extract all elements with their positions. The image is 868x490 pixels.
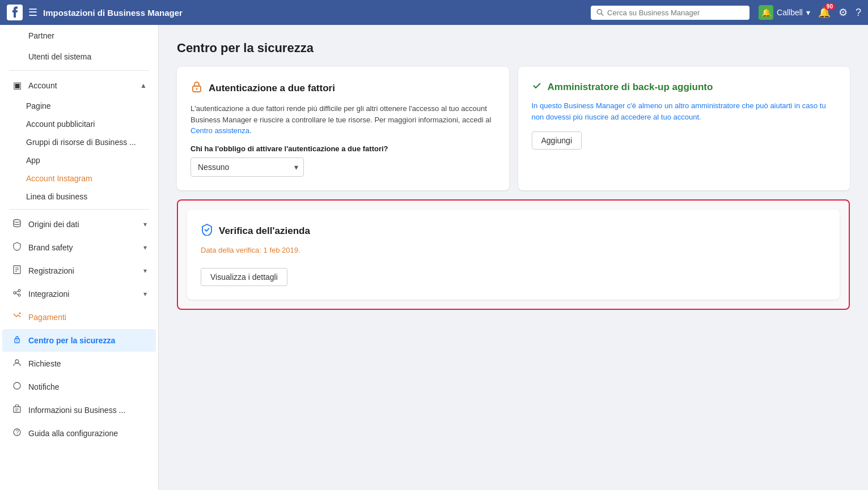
svg-rect-17 — [14, 382, 20, 389]
sidebar-item-integrazioni[interactable]: Integrazioni ▾ — [2, 283, 156, 305]
svg-point-1 — [597, 10, 602, 14]
brand-chevron-icon: ▾ — [143, 244, 147, 252]
sidebar-label-account: Account — [28, 81, 57, 90]
sidebar-label-brand: Brand safety — [28, 243, 73, 252]
integrazioni-chevron-icon: ▾ — [143, 290, 147, 298]
search-bar[interactable] — [591, 6, 750, 20]
2fa-select[interactable]: Nessuno Tutti Solo amministratori — [190, 157, 304, 177]
hamburger-icon[interactable]: ☰ — [28, 6, 37, 19]
account-submenu: Pagine Account pubblicitari Gruppi di ri… — [0, 97, 158, 206]
centro-assistenza-link[interactable]: Centro assistenza — [190, 126, 249, 135]
sidebar-item-guida[interactable]: ? Guida alla configurazione — [2, 422, 156, 445]
user-menu[interactable]: 🔔 Callbell ▾ — [759, 5, 810, 20]
sidebar-label-integrazioni: Integrazioni — [28, 289, 69, 299]
card-verify-date: Data della verifica: 1 feb 2019. — [201, 246, 826, 254]
sidebar-divider-2 — [9, 209, 149, 210]
sidebar-label-linea: Linea di business — [26, 192, 87, 201]
card-2fa-desc: L'autenticazione a due fattori rende più… — [190, 103, 496, 137]
sidebar-item-notifiche[interactable]: Notifiche — [2, 376, 156, 398]
svg-rect-18 — [14, 407, 20, 412]
card-backup: Amministratore di back-up aggiunto In qu… — [518, 67, 850, 190]
highlight-box: Verifica dell'azienda Data della verific… — [177, 199, 850, 310]
sidebar-item-utenti-sistema[interactable]: Utenti del sistema — [2, 46, 156, 67]
sidebar-item-informazioni[interactable]: Informazioni su Business ... — [2, 399, 156, 421]
topnav-right: 🔔 Callbell ▾ 🔔 90 ⚙ ? — [759, 5, 861, 20]
sidebar-item-account-instagram[interactable]: Account Instagram — [26, 169, 158, 188]
svg-line-11 — [16, 291, 18, 292]
sidebar-label-informazioni: Informazioni su Business ... — [28, 406, 125, 415]
sidebar-item-pagamenti[interactable]: Pagamenti — [2, 306, 156, 329]
sidebar-item-brand-safety[interactable]: Brand safety ▾ — [2, 236, 156, 259]
registrazioni-chevron-icon: ▾ — [143, 267, 147, 275]
sidebar-label-partner: Partner — [28, 31, 54, 40]
sidebar-label-pagine: Pagine — [26, 101, 51, 110]
svg-point-10 — [18, 294, 20, 296]
card-verify-title: Verifica dell'azienda — [219, 225, 310, 237]
svg-point-16 — [15, 360, 19, 363]
sidebar-label-sicurezza: Centro per la sicurezza — [28, 336, 115, 345]
svg-point-13 — [19, 313, 21, 314]
informazioni-icon — [11, 404, 23, 416]
notifications-button[interactable]: 🔔 90 — [818, 6, 831, 19]
card-backup-desc: In questo Business Manager c'è almeno un… — [532, 100, 837, 122]
notifiche-icon — [11, 381, 23, 393]
lock-icon — [190, 80, 203, 96]
sidebar-label-utenti: Utenti del sistema — [28, 52, 91, 61]
topnav: ☰ Impostazioni di Business Manager 🔔 Cal… — [0, 0, 868, 25]
help-button[interactable]: ? — [856, 7, 861, 19]
account-chevron-icon: ▲ — [140, 82, 147, 90]
topnav-left: ☰ Impostazioni di Business Manager — [7, 5, 591, 20]
sidebar-label-pagamenti: Pagamenti — [28, 313, 66, 322]
sidebar-label-app: App — [26, 156, 40, 165]
svg-point-24 — [196, 88, 198, 90]
brand-safety-icon — [11, 242, 23, 253]
user-chevron-icon: ▾ — [806, 8, 810, 17]
sidebar-label-origini: Origini dei dati — [28, 220, 79, 229]
origini-chevron-icon: ▾ — [143, 220, 147, 228]
sidebar-item-account[interactable]: ▣ Account ▲ — [2, 74, 156, 96]
svg-text:?: ? — [16, 429, 19, 436]
aggiungi-button[interactable]: Aggiungi — [532, 131, 582, 150]
settings-button[interactable]: ⚙ — [839, 6, 848, 19]
card-2fa-header: Autenticazione a due fattori — [190, 80, 496, 96]
card-2fa-title: Autenticazione a due fattori — [209, 83, 335, 94]
page-title: Centro per la sicurezza — [177, 41, 850, 56]
sidebar-item-origini-dati[interactable]: Origini dei dati ▾ — [2, 213, 156, 236]
sidebar-label-registrazioni: Registrazioni — [28, 266, 74, 275]
sidebar-item-app[interactable]: App — [26, 151, 158, 169]
sidebar-item-centro-sicurezza[interactable]: Centro per la sicurezza — [2, 329, 156, 352]
layout: Partner Utenti del sistema ▣ Account ▲ P… — [0, 25, 868, 490]
svg-line-12 — [16, 293, 18, 295]
card-backup-title: Amministratore di back-up aggiunto — [548, 82, 713, 93]
card-2fa: Autenticazione a due fattori L'autentica… — [177, 67, 509, 190]
sidebar-item-partner[interactable]: Partner — [2, 25, 156, 46]
notification-badge: 90 — [824, 3, 835, 10]
origini-icon — [11, 219, 23, 230]
app-title: Impostazioni di Business Manager — [43, 8, 183, 18]
search-input[interactable] — [607, 8, 744, 17]
pagamenti-icon — [11, 312, 23, 323]
svg-point-9 — [18, 289, 20, 292]
account-icon: ▣ — [11, 80, 23, 91]
sidebar-label-guida: Guida alla configurazione — [28, 429, 118, 438]
visualizza-dettagli-button[interactable]: Visualizza i dettagli — [201, 268, 287, 286]
facebook-icon — [7, 5, 23, 20]
card-verify-header: Verifica dell'azienda — [201, 223, 826, 239]
sidebar-item-richieste[interactable]: Richieste — [2, 352, 156, 375]
top-cards-row: Autenticazione a due fattori L'autentica… — [177, 67, 850, 190]
user-avatar: 🔔 — [759, 5, 773, 20]
svg-point-3 — [14, 220, 20, 223]
registrazioni-icon — [11, 265, 23, 276]
sidebar-item-gruppi-risorse[interactable]: Gruppi di risorse di Business ... — [26, 133, 158, 151]
svg-point-8 — [14, 292, 16, 294]
sidebar-item-linea-business[interactable]: Linea di business — [26, 188, 158, 206]
search-icon — [596, 8, 604, 16]
guida-icon: ? — [11, 428, 23, 439]
sidebar-item-pagine[interactable]: Pagine — [26, 97, 158, 115]
card-verify: Verifica dell'azienda Data della verific… — [187, 210, 840, 300]
sidebar-item-registrazioni[interactable]: Registrazioni ▾ — [2, 259, 156, 282]
sidebar-label-notifiche: Notifiche — [28, 382, 59, 391]
2fa-select-wrapper[interactable]: Nessuno Tutti Solo amministratori ▾ — [190, 157, 304, 177]
sidebar-label-instagram: Account Instagram — [26, 174, 92, 183]
sidebar-item-account-pubblicitari[interactable]: Account pubblicitari — [26, 115, 158, 133]
